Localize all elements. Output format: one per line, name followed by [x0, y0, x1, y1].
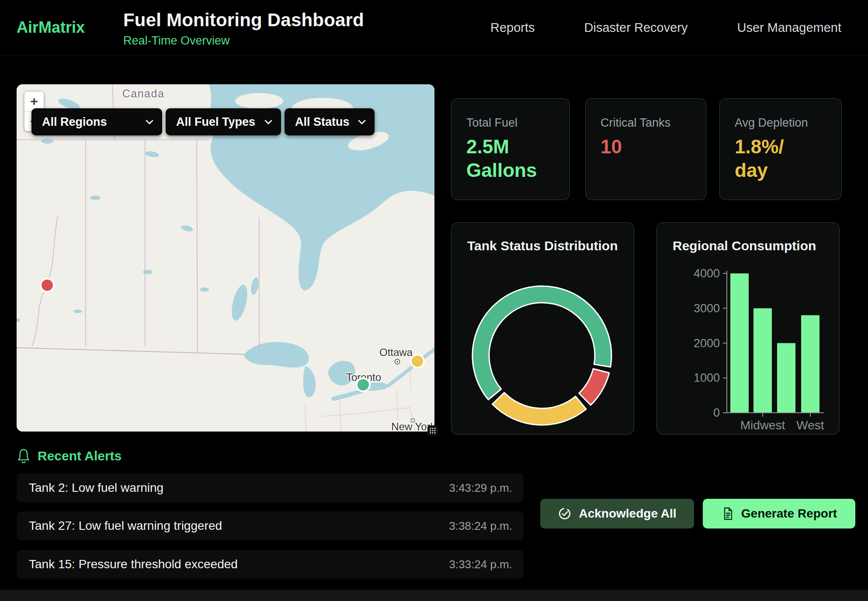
y-tick-label: 0 [713, 406, 720, 419]
y-tick-label: 1000 [694, 371, 720, 384]
acknowledge-all-button[interactable]: Acknowledge All [540, 499, 694, 528]
main-nav: Reports Disaster Recovery User Managemen… [490, 0, 841, 55]
alert-time: 3:33:24 p.m. [449, 558, 512, 571]
tank-marker-normal[interactable] [356, 377, 371, 392]
stat-label: Avg Depletion [735, 116, 841, 130]
y-tick-label: 3000 [694, 302, 720, 315]
acknowledge-all-label: Acknowledge All [579, 507, 676, 521]
page-subtitle: Real-Time Overview [123, 34, 364, 48]
status-filter-dropdown[interactable]: All Status [285, 108, 375, 135]
alert-row[interactable]: Tank 27: Low fuel warning triggered 3:38… [17, 511, 524, 540]
chart-title: Tank Status Distribution [467, 238, 618, 253]
app-logo[interactable]: AirMatrix [17, 18, 85, 37]
regional-consumption-card: Regional Consumption 01000200030004000Mi… [656, 222, 840, 435]
footer-strip [0, 590, 868, 601]
alert-text: Tank 15: Pressure threshold exceeded [29, 557, 238, 571]
y-tick-label: 4000 [694, 267, 720, 280]
stat-value: 2.5MGallons [466, 135, 569, 182]
x-tick-label: Midwest [740, 418, 785, 432]
page-title: Fuel Monitoring Dashboard [123, 10, 364, 31]
stat-value: 10 [601, 135, 706, 159]
fuel-type-filter-dropdown[interactable]: All Fuel Types [166, 108, 281, 135]
document-icon [721, 507, 734, 521]
region-filter-value: All Regions [42, 115, 107, 129]
alert-text: Tank 2: Low fuel warning [29, 481, 163, 495]
bar-0 [730, 273, 749, 413]
map-panel[interactable]: Canada Ottawa Toronto New York + − All R… [17, 84, 434, 432]
donut-segment-warning [493, 393, 587, 425]
chevron-down-icon [358, 120, 366, 124]
donut-segment-critical [579, 369, 609, 405]
stat-label: Critical Tanks [601, 116, 706, 130]
map-island [235, 93, 283, 109]
map-label-canada: Canada [122, 87, 165, 100]
check-circle-icon [558, 507, 572, 521]
chevron-down-icon [264, 120, 272, 124]
alert-text: Tank 27: Low fuel warning triggered [29, 519, 222, 533]
alert-row[interactable]: Tank 2: Low fuel warning 3:43:29 p.m. [17, 473, 524, 502]
generate-report-button[interactable]: Generate Report [703, 499, 855, 528]
recent-alerts-title: Recent Alerts [38, 449, 122, 463]
map-label-ottawa: Ottawa [379, 346, 413, 359]
stat-value: 1.8%/day [735, 135, 841, 182]
map-filters: All Regions All Fuel Types All Status [31, 108, 375, 135]
stat-card-total-fuel: Total Fuel 2.5MGallons [451, 98, 570, 200]
bar-3 [801, 315, 819, 413]
fuel-type-filter-value: All Fuel Types [176, 115, 255, 129]
nav-reports[interactable]: Reports [490, 21, 535, 35]
tank-marker-warning[interactable] [410, 354, 425, 369]
stat-card-critical-tanks: Critical Tanks 10 [585, 98, 706, 200]
y-tick-label: 2000 [694, 337, 720, 350]
tank-status-donut-chart [451, 223, 635, 435]
bell-icon [17, 448, 31, 464]
bar-2 [777, 343, 795, 413]
nav-user-management[interactable]: User Management [737, 21, 841, 35]
recent-alerts-heading: Recent Alerts [17, 448, 122, 464]
generate-report-label: Generate Report [741, 507, 837, 521]
region-filter-dropdown[interactable]: All Regions [31, 108, 162, 135]
chevron-down-icon [146, 120, 153, 124]
bar-1 [753, 308, 772, 413]
alert-time: 3:43:29 p.m. [449, 481, 512, 495]
fuel-monitoring-dashboard: AirMatrix Fuel Monitoring Dashboard Real… [0, 0, 868, 601]
title-block: Fuel Monitoring Dashboard Real-Time Over… [123, 10, 364, 48]
stat-label: Total Fuel [466, 116, 569, 130]
status-filter-value: All Status [295, 115, 350, 129]
regional-consumption-bar-chart: 01000200030004000MidwestWest [657, 223, 840, 435]
stat-card-avg-depletion: Avg Depletion 1.8%/day [719, 98, 842, 200]
grid-handle-icon[interactable] [427, 425, 438, 436]
tank-status-distribution-card: Tank Status Distribution [451, 222, 634, 435]
nav-disaster-recovery[interactable]: Disaster Recovery [584, 21, 688, 35]
alert-time: 3:38:24 p.m. [449, 519, 512, 533]
alert-row[interactable]: Tank 15: Pressure threshold exceeded 3:3… [17, 550, 524, 579]
chart-title: Regional Consumption [673, 238, 816, 253]
tank-marker-critical[interactable] [40, 278, 55, 293]
header: AirMatrix Fuel Monitoring Dashboard Real… [0, 0, 868, 56]
x-tick-label: West [796, 418, 824, 432]
